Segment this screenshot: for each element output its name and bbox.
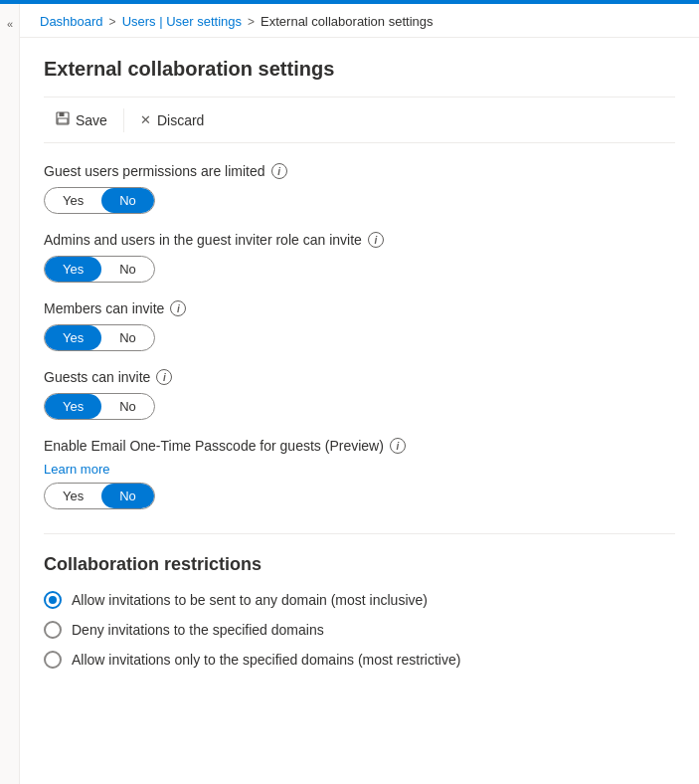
info-icon-2[interactable]: i xyxy=(170,300,186,316)
settings-section: Guest users permissions are limited i Ye… xyxy=(44,163,675,509)
setting-email-otp: Enable Email One-Time Passcode for guest… xyxy=(44,438,675,509)
toggle-group-1: Yes No xyxy=(44,256,155,283)
toolbar: Save ✕ Discard xyxy=(44,97,675,143)
collaboration-title: Collaboration restrictions xyxy=(44,554,675,575)
radio-outer-2 xyxy=(44,651,62,669)
setting-guests-invite: Guests can invite i Yes No xyxy=(44,369,675,420)
radio-item-deny-domains[interactable]: Deny invitations to the specified domain… xyxy=(44,621,675,639)
radio-group: Allow invitations to be sent to any doma… xyxy=(44,591,675,669)
info-icon-1[interactable]: i xyxy=(368,232,384,248)
setting-admins-invite: Admins and users in the guest inviter ro… xyxy=(44,232,675,283)
radio-label-2: Allow invitations only to the specified … xyxy=(72,652,460,668)
toolbar-divider xyxy=(123,108,124,132)
discard-icon: ✕ xyxy=(140,112,151,127)
toggle-group-0: Yes No xyxy=(44,187,155,214)
radio-item-any-domain[interactable]: Allow invitations to be sent to any doma… xyxy=(44,591,675,609)
setting-text-2: Members can invite xyxy=(44,300,164,316)
info-icon-4[interactable]: i xyxy=(390,438,406,454)
breadcrumb-current: External collaboration settings xyxy=(261,14,433,29)
left-nav: « xyxy=(0,4,20,784)
toggle-yes-4[interactable]: Yes xyxy=(45,484,101,508)
toggle-group-4: Yes No xyxy=(44,483,155,509)
discard-button[interactable]: ✕ Discard xyxy=(128,106,216,134)
radio-outer-1 xyxy=(44,621,62,639)
setting-text-3: Guests can invite xyxy=(44,369,150,385)
toggle-no-0[interactable]: No xyxy=(101,188,154,213)
learn-more-link[interactable]: Learn more xyxy=(44,462,675,477)
toggle-yes-2[interactable]: Yes xyxy=(45,325,101,350)
toggle-no-1[interactable]: No xyxy=(101,257,154,282)
svg-rect-2 xyxy=(58,118,68,123)
collaboration-section: Collaboration restrictions Allow invitat… xyxy=(44,554,675,669)
info-icon-0[interactable]: i xyxy=(271,163,287,179)
setting-label-guest-permissions: Guest users permissions are limited i xyxy=(44,163,675,179)
save-button[interactable]: Save xyxy=(44,105,119,134)
setting-label-admins-invite: Admins and users in the guest inviter ro… xyxy=(44,232,675,248)
radio-item-allow-specific[interactable]: Allow invitations only to the specified … xyxy=(44,651,675,669)
breadcrumb-dashboard[interactable]: Dashboard xyxy=(40,14,103,29)
setting-label-members-invite: Members can invite i xyxy=(44,300,675,316)
discard-label: Discard xyxy=(157,112,204,128)
breadcrumb: Dashboard > Users | User settings > Exte… xyxy=(20,4,699,38)
setting-text-4: Enable Email One-Time Passcode for guest… xyxy=(44,438,384,454)
breadcrumb-sep-2: > xyxy=(248,15,255,29)
collapse-icon[interactable]: « xyxy=(7,18,12,30)
save-label: Save xyxy=(76,112,107,128)
breadcrumb-sep-1: > xyxy=(109,15,116,29)
setting-label-email-otp: Enable Email One-Time Passcode for guest… xyxy=(44,438,675,454)
radio-inner-0 xyxy=(49,596,57,604)
setting-label-guests-invite: Guests can invite i xyxy=(44,369,675,385)
toggle-yes-0[interactable]: Yes xyxy=(45,188,101,213)
setting-members-invite: Members can invite i Yes No xyxy=(44,300,675,351)
radio-label-1: Deny invitations to the specified domain… xyxy=(72,622,324,638)
toggle-no-2[interactable]: No xyxy=(101,325,154,350)
page-title: External collaboration settings xyxy=(44,58,675,81)
info-icon-3[interactable]: i xyxy=(156,369,172,385)
toggle-no-3[interactable]: No xyxy=(101,394,154,419)
svg-rect-1 xyxy=(60,112,65,116)
toggle-yes-1[interactable]: Yes xyxy=(45,257,101,282)
breadcrumb-users[interactable]: Users | User settings xyxy=(122,14,242,29)
radio-outer-0 xyxy=(44,591,62,609)
toggle-yes-3[interactable]: Yes xyxy=(45,394,101,419)
toggle-no-4[interactable]: No xyxy=(101,484,154,508)
radio-label-0: Allow invitations to be sent to any doma… xyxy=(72,592,428,608)
setting-guest-permissions: Guest users permissions are limited i Ye… xyxy=(44,163,675,214)
setting-text-1: Admins and users in the guest inviter ro… xyxy=(44,232,362,248)
section-divider xyxy=(44,533,675,534)
toggle-group-2: Yes No xyxy=(44,324,155,351)
toggle-group-3: Yes No xyxy=(44,393,155,420)
save-icon xyxy=(56,111,70,128)
setting-text-0: Guest users permissions are limited xyxy=(44,163,265,179)
